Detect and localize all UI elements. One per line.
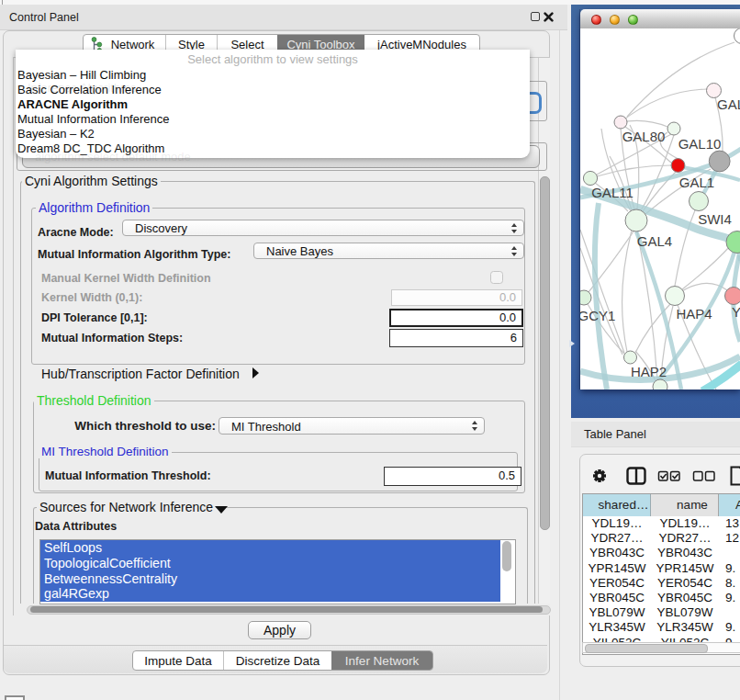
svg-text:SWI4: SWI4 xyxy=(698,211,732,227)
svg-text:GAL11: GAL11 xyxy=(591,185,633,200)
svg-text:HAP2: HAP2 xyxy=(631,364,667,379)
svg-text:Y: Y xyxy=(732,304,740,320)
svg-text:HAP4: HAP4 xyxy=(676,306,712,322)
svg-text:GAL: GAL xyxy=(717,96,740,112)
svg-text:GAL4: GAL4 xyxy=(637,233,672,249)
svg-text:GAL80: GAL80 xyxy=(622,129,666,144)
svg-text:GAL1: GAL1 xyxy=(679,175,714,190)
svg-text:GCY1: GCY1 xyxy=(580,308,615,323)
svg-text:GAL10: GAL10 xyxy=(678,136,722,152)
